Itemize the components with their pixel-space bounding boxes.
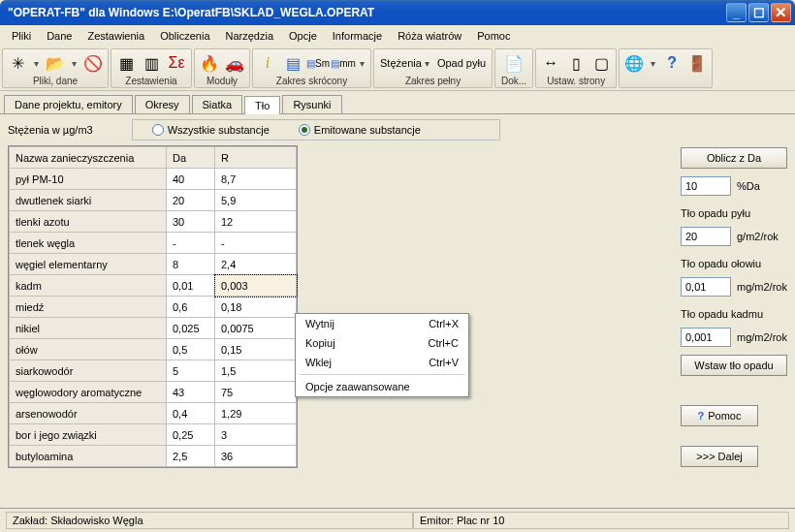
fire-icon[interactable]: 🔥 — [201, 54, 218, 72]
table-row[interactable]: butyloamina2,536 — [10, 446, 297, 467]
maximize-button[interactable]: ☐ — [748, 3, 769, 22]
col-r[interactable]: R — [215, 147, 297, 169]
cell-r[interactable]: 36 — [215, 446, 297, 467]
table-row[interactable]: dwutlenek siarki205,9 — [10, 190, 297, 211]
cell-da[interactable]: 43 — [167, 382, 215, 403]
cell-da[interactable]: 2,5 — [167, 446, 215, 467]
cell-r[interactable]: 0,18 — [215, 297, 297, 318]
table-row[interactable]: węgiel elementarny82,4 — [10, 254, 297, 275]
minimize-button[interactable]: _ — [726, 3, 747, 22]
ctx-paste[interactable]: WklejCtrl+V — [296, 353, 468, 372]
cell-da[interactable]: 40 — [167, 169, 215, 190]
col-name[interactable]: Nazwa zanieczyszczenia — [10, 147, 167, 169]
pomoc-button[interactable]: ? Pomoc — [681, 405, 758, 426]
cell-r[interactable]: 75 — [215, 382, 297, 403]
table-icon[interactable]: ▦ — [117, 54, 135, 72]
table-row[interactable]: tlenki azotu3012 — [10, 211, 297, 233]
menu-obliczenia[interactable]: Obliczenia — [152, 27, 217, 45]
menu-dane[interactable]: Dane — [39, 27, 80, 45]
cell-r[interactable]: - — [215, 233, 297, 254]
table-row[interactable]: węglowodory aromatyczne4375 — [10, 382, 297, 403]
table-row[interactable]: tlenek węgla-- — [10, 233, 297, 254]
ruler-smm-icon[interactable]: ▤mm — [334, 54, 352, 72]
menu-narzedzia[interactable]: Narzędzia — [218, 27, 282, 45]
globe-icon[interactable]: 🌐 — [625, 54, 643, 72]
cell-r[interactable]: 3 — [215, 424, 297, 446]
cell-da[interactable]: 30 — [167, 211, 215, 233]
opad-pylu-button[interactable]: Opad pyłu — [437, 57, 486, 69]
pct-da-input[interactable] — [681, 176, 731, 196]
forbidden-icon[interactable]: 🚫 — [84, 54, 102, 72]
cell-name[interactable]: tlenek węgla — [10, 233, 167, 254]
new-icon[interactable]: ✳ — [9, 54, 26, 72]
table-row[interactable]: arsenowodór0,41,29 — [10, 403, 297, 424]
table-row[interactable]: nikiel0,0250,0075 — [10, 318, 297, 339]
page2-icon[interactable]: ▢ — [592, 54, 610, 72]
cell-da[interactable]: 0,4 — [167, 403, 215, 424]
table-row[interactable]: kadm0,010,003 — [10, 275, 297, 297]
ctx-cut[interactable]: WytnijCtrl+X — [296, 314, 468, 333]
tab-rysunki[interactable]: Rysunki — [282, 95, 341, 113]
cell-r[interactable]: 12 — [215, 211, 297, 233]
input-olowiu[interactable] — [681, 277, 731, 297]
cell-name[interactable]: bor i jego związki — [10, 424, 167, 446]
close-button[interactable]: ✕ — [771, 3, 791, 22]
cell-name[interactable]: dwutlenek siarki — [10, 190, 167, 211]
cell-r[interactable]: 0,0075 — [215, 318, 297, 339]
cell-name[interactable]: nikiel — [10, 318, 167, 339]
cell-name[interactable]: siarkowodór — [10, 360, 167, 382]
table-row[interactable]: pył PM-10408,7 — [10, 169, 297, 190]
cell-name[interactable]: kadm — [10, 275, 167, 297]
table-row[interactable]: bor i jego związki0,253 — [10, 424, 297, 446]
tab-tlo[interactable]: Tło — [244, 96, 280, 114]
ruler-sm-icon[interactable]: ▤Sm — [309, 54, 327, 72]
stezenia-dropdown[interactable]: Stężenia ▾ — [380, 57, 429, 69]
help-icon[interactable]: ? — [663, 54, 681, 72]
menu-pliki[interactable]: Pliki — [4, 27, 39, 45]
input-kadmu[interactable] — [681, 328, 731, 347]
table-row[interactable]: siarkowodór51,5 — [10, 360, 297, 382]
cell-name[interactable]: miedź — [10, 297, 167, 318]
radio-wszystkie[interactable]: Wszystkie substancje — [152, 124, 270, 136]
doc-icon[interactable]: 📄 — [505, 54, 523, 72]
wstaw-button[interactable]: Wstaw tło opadu — [681, 355, 787, 376]
cell-da[interactable]: 5 — [167, 360, 215, 382]
cell-r[interactable]: 0,15 — [215, 339, 297, 360]
cell-name[interactable]: węgiel elementarny — [10, 254, 167, 275]
input-pylu[interactable] — [681, 227, 731, 246]
cell-da[interactable]: 0,025 — [167, 318, 215, 339]
cell-da[interactable]: 0,6 — [167, 297, 215, 318]
substances-grid[interactable]: Nazwa zanieczyszczenia Da R pył PM-10408… — [8, 145, 298, 468]
car-icon[interactable]: 🚗 — [226, 54, 243, 72]
cell-r[interactable]: 2,4 — [215, 254, 297, 275]
ctx-copy[interactable]: KopiujCtrl+C — [296, 333, 468, 353]
cell-da[interactable]: 0,25 — [167, 424, 215, 446]
open-icon[interactable]: 📂 — [47, 54, 64, 72]
menu-roza[interactable]: Róża wiatrów — [390, 27, 469, 45]
menu-pomoc[interactable]: Pomoc — [469, 27, 518, 45]
cell-da[interactable]: 8 — [167, 254, 215, 275]
table2-icon[interactable]: ▥ — [143, 54, 160, 72]
page-icon[interactable]: ▯ — [567, 54, 585, 72]
cell-name[interactable]: tlenki azotu — [10, 211, 167, 233]
dalej-button[interactable]: >>> Dalej — [681, 446, 758, 467]
cell-r[interactable]: 5,9 — [215, 190, 297, 211]
menu-zestawienia[interactable]: Zestawienia — [80, 27, 152, 45]
tab-okresy[interactable]: Okresy — [135, 95, 190, 113]
radio-emitowane[interactable]: Emitowane substancje — [299, 124, 421, 136]
cell-da[interactable]: - — [167, 233, 215, 254]
col-da[interactable]: Da — [167, 147, 215, 169]
exit-icon[interactable]: 🚪 — [688, 54, 706, 72]
cell-name[interactable]: butyloamina — [10, 446, 167, 467]
menu-informacje[interactable]: Informacje — [325, 27, 390, 45]
cell-r[interactable]: 8,7 — [215, 169, 297, 190]
width-icon[interactable]: ↔ — [542, 54, 559, 72]
cell-name[interactable]: pył PM-10 — [10, 169, 167, 190]
sigma-icon[interactable]: Σε — [168, 54, 185, 72]
tab-siatka[interactable]: Siatka — [192, 95, 243, 113]
cell-da[interactable]: 0,5 — [167, 339, 215, 360]
cell-name[interactable]: ołów — [10, 339, 167, 360]
cell-r[interactable]: 1,29 — [215, 403, 297, 424]
table-row[interactable]: miedź0,60,18 — [10, 297, 297, 318]
cell-r[interactable]: 0,003 — [215, 275, 297, 297]
